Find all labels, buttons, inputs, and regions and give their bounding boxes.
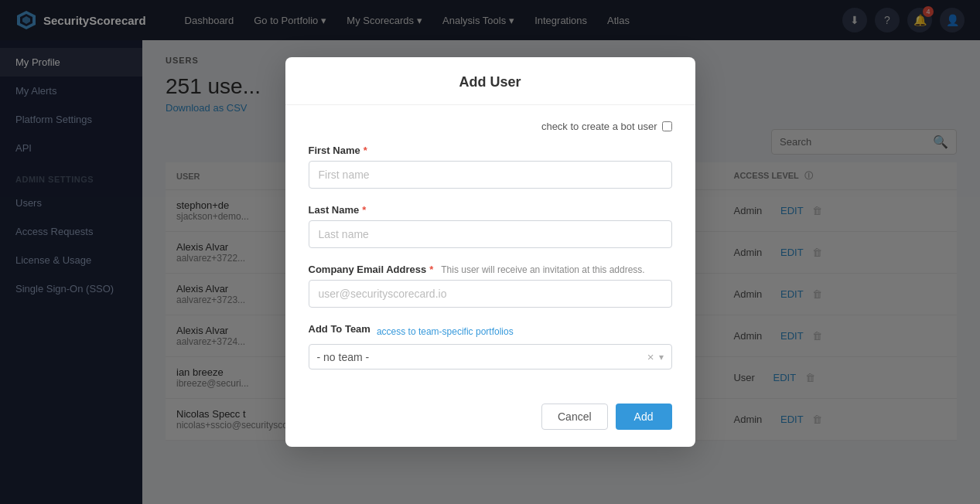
email-required: * xyxy=(429,264,433,275)
team-label-wrap: Add To Team access to team-specific port… xyxy=(309,323,672,339)
team-group: Add To Team access to team-specific port… xyxy=(309,323,672,369)
modal-overlay[interactable]: Add User check to create a bot user Firs… xyxy=(0,0,980,504)
modal-footer: Cancel Add xyxy=(285,393,695,447)
email-hint: This user will receive an invitation at … xyxy=(441,264,644,275)
first-name-required: * xyxy=(364,145,367,156)
add-user-modal: Add User check to create a bot user Firs… xyxy=(285,57,695,447)
first-name-label: First Name * xyxy=(309,145,672,156)
bot-user-row: check to create a bot user xyxy=(309,121,672,132)
last-name-required: * xyxy=(362,204,366,216)
modal-header: Add User xyxy=(285,57,695,105)
team-hint: access to team-specific portfolios xyxy=(377,326,514,337)
last-name-group: Last Name * xyxy=(309,204,672,248)
last-name-label: Last Name * xyxy=(309,204,672,216)
first-name-input[interactable] xyxy=(309,161,672,189)
team-clear-icon[interactable]: × xyxy=(647,350,654,363)
team-label: Add To Team xyxy=(309,323,370,335)
team-select-value: - no team - xyxy=(317,351,647,363)
modal-body: check to create a bot user First Name * … xyxy=(285,105,695,393)
bot-user-label: check to create a bot user xyxy=(541,121,657,132)
modal-title: Add User xyxy=(459,74,521,90)
team-select[interactable]: - no team - × ▾ xyxy=(309,344,672,369)
first-name-group: First Name * xyxy=(309,145,672,189)
add-button[interactable]: Add xyxy=(616,404,672,430)
email-input[interactable] xyxy=(309,280,672,308)
last-name-input[interactable] xyxy=(309,220,672,248)
email-group: Company Email Address * This user will r… xyxy=(309,264,672,308)
email-label: Company Email Address * This user will r… xyxy=(309,264,672,275)
cancel-button[interactable]: Cancel xyxy=(541,404,608,430)
bot-user-checkbox[interactable] xyxy=(662,121,672,131)
team-dropdown-icon[interactable]: ▾ xyxy=(659,352,664,363)
